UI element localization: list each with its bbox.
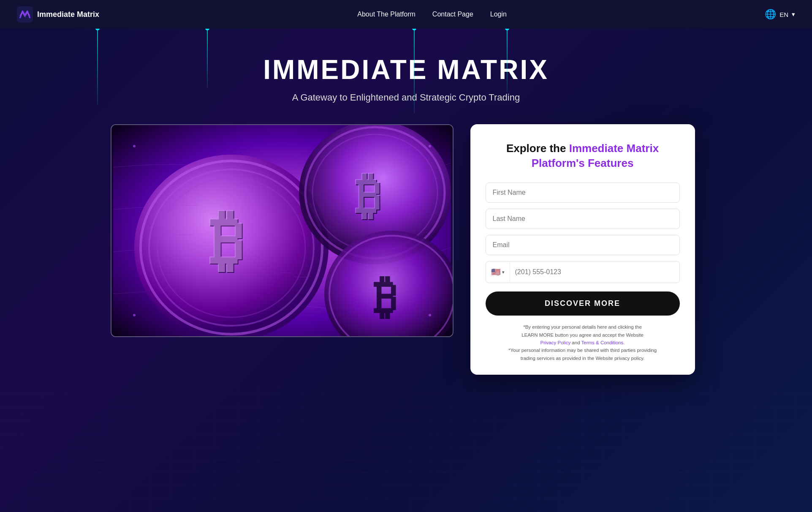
flag-emoji: 🇺🇸 xyxy=(491,267,500,277)
nav-link-about[interactable]: About The Platform xyxy=(357,11,416,18)
first-name-input[interactable] xyxy=(486,182,680,203)
last-name-input[interactable] xyxy=(486,209,680,229)
svg-point-18 xyxy=(429,145,431,147)
phone-row: 🇺🇸 ▾ xyxy=(486,261,680,283)
privacy-policy-link[interactable]: Privacy Policy xyxy=(540,340,571,345)
nav-link-contact[interactable]: Contact Page xyxy=(432,11,473,18)
form-card-title: Explore the Immediate Matrix Platform's … xyxy=(486,141,680,171)
svg-point-19 xyxy=(133,314,136,316)
hero-content: ₿ ₿ ₿ ₿ xyxy=(111,124,702,375)
logo-icon xyxy=(17,6,33,22)
navbar: Immediate Matrix About The Platform Cont… xyxy=(0,0,812,29)
svg-rect-16 xyxy=(113,125,451,336)
terms-link[interactable]: Terms & Conditions xyxy=(581,340,624,345)
hero-section: IMMEDIATE MATRIX A Gateway to Enlightene… xyxy=(0,29,812,512)
svg-point-20 xyxy=(429,314,431,316)
lang-label: EN xyxy=(779,11,788,18)
form-card: Explore the Immediate Matrix Platform's … xyxy=(470,124,695,375)
nav-link-login[interactable]: Login xyxy=(490,11,507,18)
discover-more-button[interactable]: DISCOVER MORE xyxy=(486,291,680,316)
language-selector[interactable]: 🌐 EN ▾ xyxy=(765,9,795,20)
crypto-image-wrapper: ₿ ₿ ₿ ₿ xyxy=(111,124,454,337)
chevron-down-icon: ▾ xyxy=(792,11,795,18)
deco-line-1 xyxy=(97,29,98,105)
bitcoin-visual: ₿ ₿ ₿ ₿ xyxy=(111,125,453,336)
nav-links: About The Platform Contact Page Login xyxy=(357,11,507,18)
globe-icon: 🌐 xyxy=(765,9,776,20)
email-input[interactable] xyxy=(486,235,680,255)
crypto-image: ₿ ₿ ₿ ₿ xyxy=(111,125,453,336)
hero-title-section: IMMEDIATE MATRIX A Gateway to Enlightene… xyxy=(34,54,778,103)
chevron-icon: ▾ xyxy=(502,270,505,275)
svg-point-17 xyxy=(133,145,136,147)
logo-text: Immediate Matrix xyxy=(37,10,99,19)
deco-line-4 xyxy=(507,29,508,92)
deco-line-3 xyxy=(414,29,415,113)
hero-main-title: IMMEDIATE MATRIX xyxy=(34,54,778,85)
deco-line-2 xyxy=(207,29,208,88)
logo[interactable]: Immediate Matrix xyxy=(17,6,99,22)
phone-flag-selector[interactable]: 🇺🇸 ▾ xyxy=(486,261,510,283)
form-disclaimer: *By entering your personal details here … xyxy=(486,323,680,362)
hero-subtitle: A Gateway to Enlightened and Strategic C… xyxy=(34,92,778,103)
phone-input[interactable] xyxy=(510,262,679,282)
